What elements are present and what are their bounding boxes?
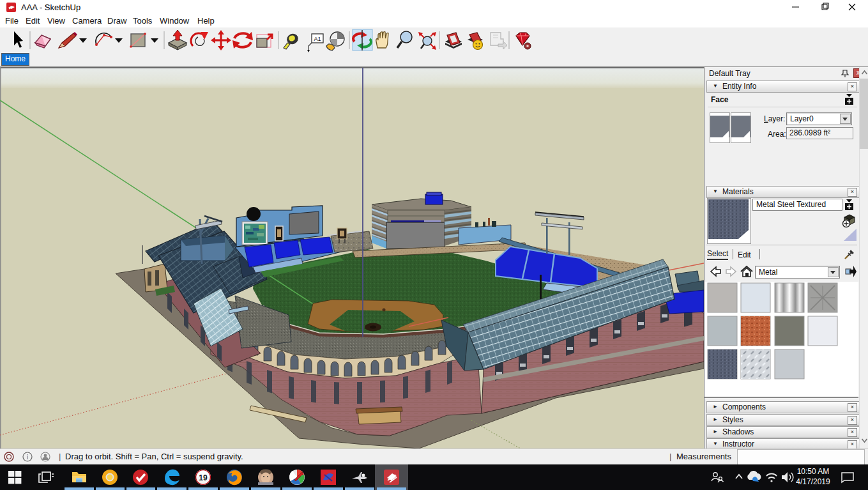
svg-text:19: 19 bbox=[199, 473, 208, 482]
svg-text:i: i bbox=[27, 454, 28, 461]
svg-text:A1: A1 bbox=[314, 36, 321, 42]
